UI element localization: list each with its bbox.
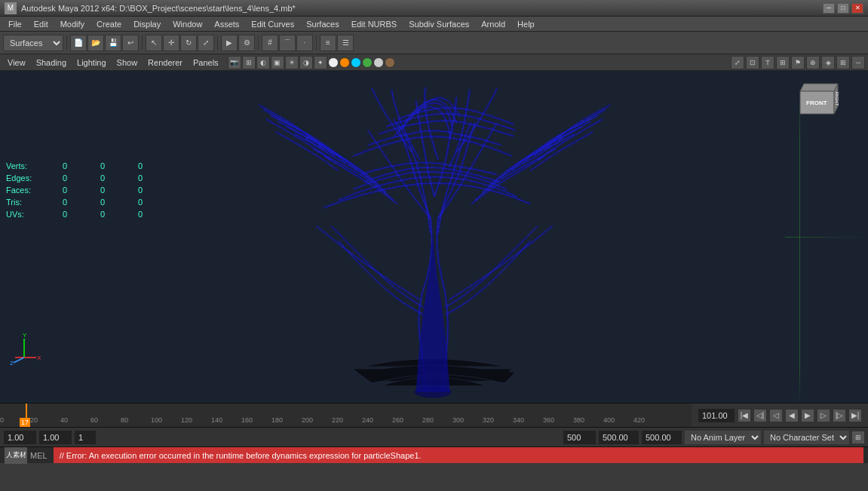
go-start-button[interactable]: |◀	[738, 409, 751, 422]
menu-subdiv-surfaces[interactable]: Subdiv Surfaces	[403, 18, 474, 30]
timeline-ruler[interactable]: 0 20 40 60 80 100 120 140 160 180 200 22…	[0, 404, 692, 427]
sub-btn-extra4[interactable]: ⊞	[776, 56, 790, 69]
view-menu[interactable]: View	[3, 57, 30, 69]
bottom-val6[interactable]	[641, 430, 682, 445]
timeline-controls: |◀ ◁| ◁ ◀ ▶ ▷ |▷ ▶|	[692, 404, 868, 427]
svg-line-8	[14, 358, 24, 363]
anim-layer-dropdown[interactable]: No Anim Layer	[684, 430, 762, 445]
menu-edit-nurbs[interactable]: Edit NURBS	[346, 18, 403, 30]
color-sphere-cyan[interactable]	[351, 57, 361, 68]
menu-edit-curves[interactable]: Edit Curves	[246, 18, 299, 30]
bottom-val5[interactable]	[598, 430, 639, 445]
uvs-val-1: 0	[63, 208, 78, 220]
play-back-button[interactable]: ◀	[785, 409, 799, 422]
verts-val-3: 0	[138, 160, 153, 172]
snap-grid-button[interactable]: #	[262, 35, 278, 51]
toolbar-history-group: ≡ ☰	[320, 35, 354, 51]
char-set-dropdown[interactable]: No Character Set	[763, 430, 850, 445]
show-menu[interactable]: Show	[112, 57, 143, 69]
sub-btn-extra2[interactable]: ⊡	[746, 56, 759, 69]
channel-box-button[interactable]: ☰	[337, 35, 354, 51]
close-button[interactable]: ✕	[851, 3, 863, 14]
verts-val-2: 0	[100, 160, 115, 172]
render-settings-button[interactable]: ⚙	[238, 35, 255, 51]
prev-frame-button[interactable]: ◁	[769, 409, 783, 422]
toolbar-separator-5	[316, 35, 317, 51]
menu-help[interactable]: Help	[512, 18, 540, 30]
next-key-button[interactable]: |▷	[833, 409, 846, 422]
sub-btn-extra9[interactable]: ↔	[851, 56, 865, 69]
mark-120: 120	[181, 416, 192, 424]
save-button[interactable]: 💾	[105, 35, 121, 51]
scale-tool-button[interactable]: ⤢	[198, 35, 214, 51]
menu-window[interactable]: Window	[167, 18, 207, 30]
bottom-extra-btn[interactable]: ⊞	[851, 431, 865, 444]
camera-icon-btn[interactable]: 📷	[228, 56, 241, 69]
mark-220: 220	[332, 416, 343, 424]
move-tool-button[interactable]: ✛	[163, 35, 179, 51]
select-tool-button[interactable]: ↖	[146, 35, 162, 51]
bottom-val2[interactable]	[38, 430, 72, 445]
color-sphere-orange[interactable]	[339, 57, 350, 68]
menu-file[interactable]: File	[3, 18, 27, 30]
shaded-btn[interactable]: ◐	[256, 56, 270, 69]
renderer-menu[interactable]: Renderer	[143, 57, 187, 69]
bottom-val3[interactable]	[74, 430, 97, 445]
menu-assets[interactable]: Assets	[209, 18, 244, 30]
lighting-menu[interactable]: Lighting	[72, 57, 111, 69]
sub-btn-extra6[interactable]: ⊕	[806, 56, 820, 69]
frame-display[interactable]	[698, 408, 735, 423]
color-sphere-gray[interactable]	[373, 57, 384, 68]
timeline[interactable]: 0 20 40 60 80 100 120 140 160 180 200 22…	[0, 403, 868, 427]
prev-key-button[interactable]: ◁|	[753, 409, 767, 422]
bottom-val4[interactable]	[563, 430, 597, 445]
playhead[interactable]: 17	[26, 404, 27, 427]
bottom-val1[interactable]	[3, 430, 37, 445]
panels-menu[interactable]: Panels	[189, 57, 223, 69]
sub-btn-extra7[interactable]: ◈	[821, 56, 835, 69]
wireframe-btn[interactable]: ⊞	[242, 56, 256, 69]
svg-marker-0	[800, 84, 838, 91]
undo-button[interactable]: ↩	[122, 35, 139, 51]
mark-160: 160	[241, 416, 253, 424]
shading-menu[interactable]: Shading	[32, 57, 71, 69]
verts-label: Verts:	[6, 160, 40, 172]
sub-btn-extra3[interactable]: T	[761, 56, 774, 69]
viewport[interactable]: Verts: 0 0 0 Edges: 0 0 0 Faces: 0 0 0 T…	[0, 71, 868, 403]
maximize-button[interactable]: □	[837, 3, 849, 14]
open-button[interactable]: 📂	[87, 35, 104, 51]
menu-edit[interactable]: Edit	[29, 18, 54, 30]
history-button[interactable]: ≡	[320, 35, 336, 51]
menu-surfaces[interactable]: Surfaces	[301, 18, 344, 30]
menu-arnold[interactable]: Arnold	[476, 18, 511, 30]
minimize-button[interactable]: ─	[823, 3, 835, 14]
mode-dropdown[interactable]: Surfaces Polygons Dynamics Animation Ren…	[3, 35, 63, 51]
sub-btn-extra1[interactable]: ⤢	[731, 56, 744, 69]
rotate-tool-button[interactable]: ↻	[180, 35, 197, 51]
shadows-btn[interactable]: ◑	[299, 56, 313, 69]
snap-point-button[interactable]: ·	[296, 35, 313, 51]
color-sphere-white[interactable]	[328, 57, 339, 68]
edges-label: Edges:	[6, 172, 40, 184]
verts-val-1: 0	[63, 160, 78, 172]
tree-wireframe	[246, 86, 623, 403]
play-forward-button[interactable]: ▶	[801, 409, 814, 422]
sub-btn-extra8[interactable]: ⊞	[836, 56, 850, 69]
textured-btn[interactable]: ▣	[271, 56, 284, 69]
menu-display[interactable]: Display	[128, 18, 166, 30]
new-scene-button[interactable]: 📄	[70, 35, 87, 51]
sub-btn-extra5[interactable]: ⚑	[791, 56, 805, 69]
snap-curve-button[interactable]: ⌒	[279, 35, 296, 51]
nav-cube[interactable]: FRONT RIGHT	[793, 80, 845, 118]
lights-btn[interactable]: ☀	[285, 56, 299, 69]
color-sphere-green[interactable]	[362, 57, 373, 68]
render-button[interactable]: ▶	[221, 35, 238, 51]
next-frame-button[interactable]: ▷	[817, 409, 830, 422]
menu-create[interactable]: Create	[91, 18, 127, 30]
menu-bar: File Edit Modify Create Display Window A…	[0, 17, 868, 32]
color-sphere-brown[interactable]	[385, 57, 395, 68]
xray-btn[interactable]: ✦	[314, 56, 327, 69]
go-end-button[interactable]: ▶|	[848, 409, 862, 422]
tris-val-1: 0	[63, 196, 78, 208]
menu-modify[interactable]: Modify	[55, 18, 90, 30]
